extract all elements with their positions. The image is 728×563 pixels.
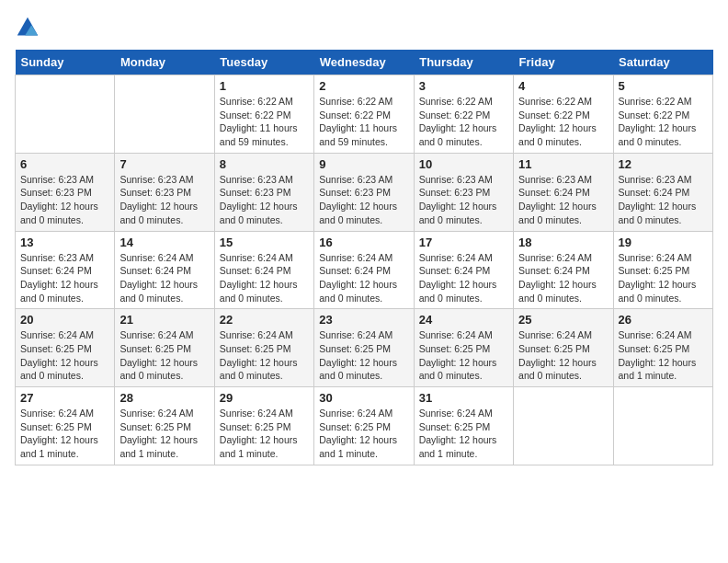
calendar-cell: 23Sunrise: 6:24 AM Sunset: 6:25 PM Dayli… (314, 309, 414, 387)
calendar-cell: 11Sunrise: 6:23 AM Sunset: 6:24 PM Dayli… (514, 153, 613, 231)
calendar-cell (16, 75, 115, 154)
calendar-cell: 2Sunrise: 6:22 AM Sunset: 6:22 PM Daylig… (314, 75, 414, 154)
day-header-monday: Monday (115, 50, 214, 75)
day-number: 31 (419, 391, 508, 405)
calendar-cell (115, 75, 214, 154)
calendar-cell: 24Sunrise: 6:24 AM Sunset: 6:25 PM Dayli… (414, 309, 513, 387)
calendar-cell: 7Sunrise: 6:23 AM Sunset: 6:23 PM Daylig… (115, 153, 214, 231)
day-header-thursday: Thursday (414, 50, 513, 75)
day-number: 18 (518, 236, 608, 249)
day-number: 7 (119, 157, 209, 171)
day-info: Sunrise: 6:23 AM Sunset: 6:23 PM Dayligh… (419, 173, 508, 227)
calendar-header-row: SundayMondayTuesdayWednesdayThursdayFrid… (16, 50, 713, 75)
day-info: Sunrise: 6:23 AM Sunset: 6:23 PM Dayligh… (20, 173, 109, 227)
calendar-cell: 9Sunrise: 6:23 AM Sunset: 6:23 PM Daylig… (314, 153, 414, 231)
calendar-cell: 27Sunrise: 6:24 AM Sunset: 6:25 PM Dayli… (16, 387, 115, 465)
day-number: 10 (419, 157, 508, 171)
week-row-4: 20Sunrise: 6:24 AM Sunset: 6:25 PM Dayli… (16, 309, 713, 387)
day-info: Sunrise: 6:24 AM Sunset: 6:25 PM Dayligh… (419, 328, 508, 383)
day-number: 8 (220, 157, 309, 171)
day-number: 5 (619, 79, 708, 93)
day-number: 3 (419, 79, 508, 93)
day-info: Sunrise: 6:24 AM Sunset: 6:24 PM Dayligh… (518, 251, 608, 305)
calendar-cell: 12Sunrise: 6:23 AM Sunset: 6:24 PM Dayli… (613, 153, 712, 231)
day-number: 1 (220, 79, 309, 93)
day-number: 27 (20, 391, 109, 405)
calendar-cell: 18Sunrise: 6:24 AM Sunset: 6:24 PM Dayli… (514, 231, 613, 309)
day-info: Sunrise: 6:24 AM Sunset: 6:25 PM Dayligh… (518, 328, 608, 383)
day-number: 13 (20, 236, 109, 249)
calendar-cell: 22Sunrise: 6:24 AM Sunset: 6:25 PM Dayli… (214, 309, 313, 387)
calendar-cell: 10Sunrise: 6:23 AM Sunset: 6:23 PM Dayli… (414, 153, 513, 231)
calendar-cell: 4Sunrise: 6:22 AM Sunset: 6:22 PM Daylig… (514, 75, 613, 154)
day-number: 16 (319, 236, 408, 249)
week-row-1: 1Sunrise: 6:22 AM Sunset: 6:22 PM Daylig… (16, 75, 713, 154)
week-row-5: 27Sunrise: 6:24 AM Sunset: 6:25 PM Dayli… (16, 387, 713, 465)
day-number: 28 (119, 391, 209, 405)
calendar-cell: 28Sunrise: 6:24 AM Sunset: 6:25 PM Dayli… (115, 387, 214, 465)
day-number: 24 (419, 313, 508, 327)
calendar-cell: 30Sunrise: 6:24 AM Sunset: 6:25 PM Dayli… (314, 387, 414, 465)
day-info: Sunrise: 6:23 AM Sunset: 6:23 PM Dayligh… (319, 173, 408, 227)
logo (15, 15, 44, 40)
calendar-cell: 17Sunrise: 6:24 AM Sunset: 6:24 PM Dayli… (414, 231, 513, 309)
day-number: 6 (20, 157, 109, 171)
calendar-cell: 14Sunrise: 6:24 AM Sunset: 6:24 PM Dayli… (115, 231, 214, 309)
day-number: 9 (319, 157, 408, 171)
day-header-sunday: Sunday (16, 50, 115, 75)
day-info: Sunrise: 6:24 AM Sunset: 6:25 PM Dayligh… (20, 328, 109, 383)
calendar-cell: 6Sunrise: 6:23 AM Sunset: 6:23 PM Daylig… (16, 153, 115, 231)
day-header-tuesday: Tuesday (214, 50, 313, 75)
day-number: 29 (220, 391, 309, 405)
calendar-cell: 16Sunrise: 6:24 AM Sunset: 6:24 PM Dayli… (314, 231, 414, 309)
day-info: Sunrise: 6:23 AM Sunset: 6:23 PM Dayligh… (220, 173, 309, 227)
day-number: 11 (518, 157, 608, 171)
day-info: Sunrise: 6:24 AM Sunset: 6:24 PM Dayligh… (119, 251, 209, 305)
day-number: 15 (220, 236, 309, 249)
day-info: Sunrise: 6:22 AM Sunset: 6:22 PM Dayligh… (419, 95, 508, 149)
calendar-cell (613, 387, 712, 465)
logo-icon (15, 15, 40, 40)
day-header-saturday: Saturday (613, 50, 712, 75)
day-number: 26 (619, 313, 708, 327)
calendar-cell: 31Sunrise: 6:24 AM Sunset: 6:25 PM Dayli… (414, 387, 513, 465)
calendar-cell: 20Sunrise: 6:24 AM Sunset: 6:25 PM Dayli… (16, 309, 115, 387)
week-row-3: 13Sunrise: 6:23 AM Sunset: 6:24 PM Dayli… (16, 231, 713, 309)
day-info: Sunrise: 6:24 AM Sunset: 6:25 PM Dayligh… (419, 407, 508, 461)
day-number: 2 (319, 79, 408, 93)
page-header (15, 15, 713, 40)
calendar-cell: 21Sunrise: 6:24 AM Sunset: 6:25 PM Dayli… (115, 309, 214, 387)
day-info: Sunrise: 6:23 AM Sunset: 6:24 PM Dayligh… (518, 173, 608, 227)
day-info: Sunrise: 6:24 AM Sunset: 6:24 PM Dayligh… (220, 251, 309, 305)
day-number: 4 (518, 79, 608, 93)
day-info: Sunrise: 6:24 AM Sunset: 6:24 PM Dayligh… (319, 251, 408, 305)
day-info: Sunrise: 6:22 AM Sunset: 6:22 PM Dayligh… (220, 95, 309, 149)
calendar-table: SundayMondayTuesdayWednesdayThursdayFrid… (15, 50, 713, 465)
day-header-friday: Friday (514, 50, 613, 75)
day-info: Sunrise: 6:23 AM Sunset: 6:24 PM Dayligh… (20, 251, 109, 305)
day-number: 17 (419, 236, 508, 249)
calendar-cell: 1Sunrise: 6:22 AM Sunset: 6:22 PM Daylig… (214, 75, 313, 154)
day-info: Sunrise: 6:24 AM Sunset: 6:25 PM Dayligh… (119, 407, 209, 461)
calendar-cell: 5Sunrise: 6:22 AM Sunset: 6:22 PM Daylig… (613, 75, 712, 154)
day-info: Sunrise: 6:24 AM Sunset: 6:25 PM Dayligh… (619, 328, 708, 383)
calendar-cell: 8Sunrise: 6:23 AM Sunset: 6:23 PM Daylig… (214, 153, 313, 231)
day-info: Sunrise: 6:24 AM Sunset: 6:25 PM Dayligh… (119, 328, 209, 383)
day-header-wednesday: Wednesday (314, 50, 414, 75)
calendar-cell: 26Sunrise: 6:24 AM Sunset: 6:25 PM Dayli… (613, 309, 712, 387)
day-info: Sunrise: 6:24 AM Sunset: 6:24 PM Dayligh… (419, 251, 508, 305)
day-number: 25 (518, 313, 608, 327)
day-info: Sunrise: 6:24 AM Sunset: 6:25 PM Dayligh… (319, 328, 408, 383)
day-info: Sunrise: 6:24 AM Sunset: 6:25 PM Dayligh… (220, 328, 309, 383)
day-number: 21 (119, 313, 209, 327)
calendar-cell: 19Sunrise: 6:24 AM Sunset: 6:25 PM Dayli… (613, 231, 712, 309)
day-number: 19 (619, 236, 708, 249)
calendar-cell: 25Sunrise: 6:24 AM Sunset: 6:25 PM Dayli… (514, 309, 613, 387)
day-info: Sunrise: 6:23 AM Sunset: 6:24 PM Dayligh… (619, 173, 708, 227)
calendar-cell: 3Sunrise: 6:22 AM Sunset: 6:22 PM Daylig… (414, 75, 513, 154)
day-info: Sunrise: 6:24 AM Sunset: 6:25 PM Dayligh… (220, 407, 309, 461)
calendar-cell: 15Sunrise: 6:24 AM Sunset: 6:24 PM Dayli… (214, 231, 313, 309)
calendar-cell (514, 387, 613, 465)
day-info: Sunrise: 6:24 AM Sunset: 6:25 PM Dayligh… (319, 407, 408, 461)
day-number: 30 (319, 391, 408, 405)
